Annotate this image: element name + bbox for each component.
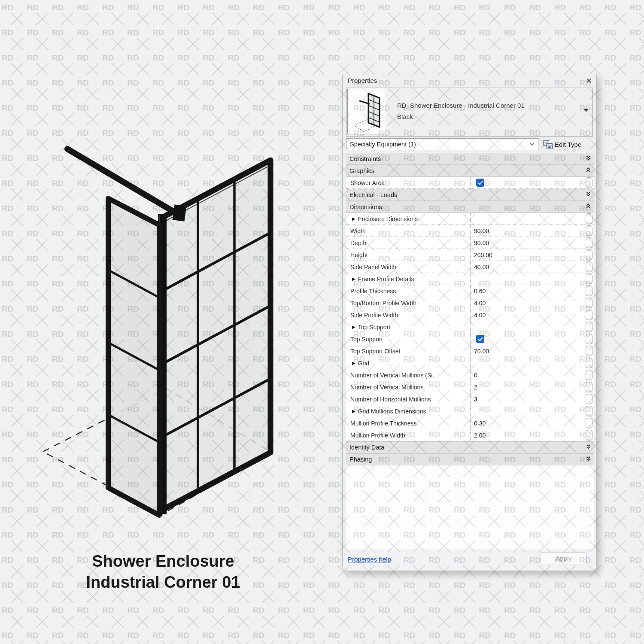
section-row[interactable]: Phasing <box>346 453 594 465</box>
chevron-down-icon <box>529 142 535 146</box>
row-button-cell <box>584 369 594 381</box>
section-row[interactable]: Electrical - Loads <box>346 189 594 201</box>
property-row: Number of Horizontal Mullions3 <box>346 393 594 405</box>
property-value-cell[interactable]: 4.00 <box>471 297 584 309</box>
checkbox-checked[interactable] <box>476 179 484 187</box>
property-label: Number of Vertical Mullions <box>350 384 423 391</box>
row-knob-button[interactable] <box>586 286 592 296</box>
property-row: Shower Area <box>346 177 594 189</box>
section-label: Constraints <box>346 155 586 162</box>
row-button-cell <box>584 417 594 429</box>
row-button-cell <box>584 405 594 417</box>
property-value-cell[interactable]: 0 <box>471 369 584 381</box>
row-knob-button[interactable] <box>586 370 592 380</box>
property-value-cell[interactable]: 40.00 <box>471 261 584 273</box>
row-knob-button[interactable] <box>586 334 592 344</box>
property-value: 70.00 <box>474 348 489 355</box>
row-knob-button[interactable] <box>586 273 592 284</box>
row-knob-button[interactable] <box>586 406 592 416</box>
property-row: Top Support Offset70.00 <box>346 345 594 357</box>
property-value-cell[interactable]: 90.00 <box>471 225 584 237</box>
expand-arrow-icon[interactable]: ▶ <box>352 409 355 413</box>
section-row[interactable]: Graphics <box>346 165 594 177</box>
property-value-cell[interactable]: 90.00 <box>471 237 584 249</box>
property-value: 0.30 <box>474 420 486 427</box>
row-button-cell <box>584 261 594 273</box>
expand-arrow-icon[interactable]: ▶ <box>352 276 355 281</box>
caption-line-2: Industrial Corner 01 <box>34 572 292 593</box>
row-knob-button[interactable] <box>586 358 592 368</box>
row-knob-button[interactable] <box>586 430 592 440</box>
type-selector[interactable]: RD_Shower Enclosure - Industrial Corner … <box>346 88 593 137</box>
property-label: Enclosure Dimensions <box>358 216 418 222</box>
property-value-cell[interactable]: 2 <box>471 381 584 393</box>
apply-button[interactable]: Apply <box>541 552 587 565</box>
property-label-cell: ▶Top Support <box>346 321 471 333</box>
type-name: RD_Shower Enclosure - Industrial Corner … <box>397 102 577 109</box>
property-value-cell[interactable]: 2.00 <box>471 429 584 441</box>
property-label: Shower Area <box>350 179 385 186</box>
property-label: Profile Thickness <box>350 288 396 295</box>
expand-arrow-icon[interactable]: ▶ <box>352 325 355 329</box>
edit-type-icon <box>543 140 554 150</box>
property-row: Width90.00 <box>346 225 594 237</box>
panel-titlebar[interactable]: Properties ✕ <box>343 74 596 87</box>
panel-empty-area <box>346 465 594 550</box>
section-row[interactable]: Identity Data <box>346 441 594 453</box>
row-knob-button[interactable] <box>586 249 592 260</box>
property-row: ▶Frame Profile Details <box>346 273 594 285</box>
property-value-cell[interactable]: 200.00 <box>471 249 584 261</box>
row-knob-button[interactable] <box>586 177 592 188</box>
property-value: 4.00 <box>474 300 486 307</box>
property-label-cell: Number of Vertical Mullions (Si... <box>346 369 471 381</box>
property-row: Top/Bottom Profile Width4.00 <box>346 297 594 309</box>
property-value-cell[interactable]: 3 <box>471 393 584 405</box>
section-row[interactable]: Dimensions <box>346 201 594 213</box>
category-filter-select[interactable]: Specialty Equipment (1) <box>346 138 538 150</box>
properties-help-link[interactable]: Properties help <box>348 556 391 563</box>
property-row: Mullion Profile Thickness0.30 <box>346 417 594 429</box>
row-knob-button[interactable] <box>586 310 592 320</box>
row-knob-button[interactable] <box>586 322 592 332</box>
row-knob-button[interactable] <box>586 237 592 248</box>
row-button-cell <box>584 321 594 333</box>
property-value: 40.00 <box>474 264 489 270</box>
row-knob-button[interactable] <box>586 394 592 404</box>
close-icon[interactable]: ✕ <box>586 76 592 85</box>
row-button-cell <box>584 357 594 369</box>
checkbox-checked[interactable] <box>476 335 484 343</box>
property-row: ▶Enclosure Dimensions <box>346 213 594 225</box>
row-knob-button[interactable] <box>586 382 592 392</box>
property-label-cell: Profile Thickness <box>346 285 471 297</box>
section-label: Phasing <box>346 456 586 463</box>
chevron-double-down-icon <box>586 444 591 450</box>
edit-type-button[interactable]: Edit Type <box>542 139 593 150</box>
property-value-cell[interactable]: 0.30 <box>471 417 584 429</box>
type-variant: Black <box>397 113 413 120</box>
property-value: 3 <box>474 396 477 403</box>
expand-arrow-icon[interactable]: ▶ <box>352 361 355 365</box>
property-value-cell[interactable]: 70.00 <box>471 345 584 357</box>
row-knob-button[interactable] <box>586 418 592 428</box>
property-value: 90.00 <box>474 240 489 246</box>
property-value-cell <box>471 213 584 225</box>
type-selector-dropdown-icon[interactable] <box>583 109 589 112</box>
row-knob-button[interactable] <box>586 298 592 308</box>
section-row[interactable]: Constraints <box>346 153 594 165</box>
property-value-cell <box>471 321 584 333</box>
row-button-cell <box>584 345 594 357</box>
property-value-cell[interactable]: 0.60 <box>471 285 584 297</box>
property-label-cell: Number of Vertical Mullions <box>346 381 471 393</box>
row-knob-button[interactable] <box>586 213 592 224</box>
row-knob-button[interactable] <box>586 261 592 272</box>
property-value-cell[interactable]: 4.00 <box>471 309 584 321</box>
property-label: Number of Horizontal Mullions <box>350 396 431 403</box>
property-value-cell[interactable] <box>471 177 584 189</box>
section-label: Electrical - Loads <box>346 191 586 198</box>
row-knob-button[interactable] <box>586 346 592 356</box>
expand-arrow-icon[interactable]: ▶ <box>352 216 355 221</box>
row-knob-button[interactable] <box>586 225 592 236</box>
property-value-cell[interactable] <box>471 333 584 345</box>
row-button-cell <box>584 393 594 405</box>
property-label-cell: Top Support Offset <box>346 345 471 357</box>
